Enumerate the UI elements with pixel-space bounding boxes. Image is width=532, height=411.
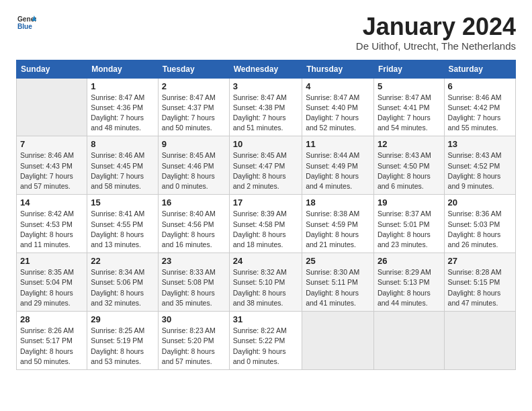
day-info: Sunrise: 8:36 AMSunset: 5:03 PMDaylight:…: [448, 210, 502, 248]
calendar-week-4: 21 Sunrise: 8:35 AMSunset: 5:04 PMDaylig…: [17, 253, 516, 312]
page-header: General Blue January 2024 De Uithof, Utr…: [16, 13, 516, 52]
day-number: 3: [233, 81, 298, 91]
day-info: Sunrise: 8:29 AMSunset: 5:13 PMDaylight:…: [378, 268, 431, 307]
day-info: Sunrise: 8:38 AMSunset: 4:59 PMDaylight:…: [306, 210, 359, 248]
logo: General Blue: [16, 13, 36, 35]
calendar-cell: 29 Sunrise: 8:25 AMSunset: 5:19 PMDaylig…: [87, 312, 159, 370]
day-info: Sunrise: 8:46 AMSunset: 4:42 PMDaylight:…: [448, 93, 502, 132]
day-number: 13: [448, 139, 512, 149]
day-number: 26: [378, 256, 441, 266]
calendar-cell: 25 Sunrise: 8:30 AMSunset: 5:11 PMDaylig…: [302, 253, 374, 312]
day-number: 15: [91, 197, 154, 208]
weekday-header-saturday: Saturday: [444, 60, 515, 78]
day-info: Sunrise: 8:44 AMSunset: 4:49 PMDaylight:…: [306, 151, 359, 190]
day-info: Sunrise: 8:41 AMSunset: 4:55 PMDaylight:…: [91, 210, 144, 248]
day-number: 28: [20, 314, 83, 324]
day-info: Sunrise: 8:28 AMSunset: 5:15 PMDaylight:…: [448, 268, 502, 307]
calendar-cell: 2 Sunrise: 8:47 AMSunset: 4:37 PMDayligh…: [158, 78, 229, 136]
calendar-cell: 22 Sunrise: 8:34 AMSunset: 5:06 PMDaylig…: [87, 253, 159, 312]
day-info: Sunrise: 8:47 AMSunset: 4:37 PMDaylight:…: [162, 93, 216, 132]
day-number: 2: [162, 81, 226, 91]
day-number: 12: [378, 139, 441, 149]
day-number: 9: [162, 139, 226, 149]
calendar-cell: 30 Sunrise: 8:23 AMSunset: 5:20 PMDaylig…: [158, 312, 229, 370]
day-number: 8: [91, 139, 154, 149]
day-info: Sunrise: 8:43 AMSunset: 4:50 PMDaylight:…: [378, 151, 431, 190]
calendar-cell: 14 Sunrise: 8:42 AMSunset: 4:53 PMDaylig…: [17, 195, 87, 253]
calendar-title: January 2024: [356, 13, 516, 40]
day-info: Sunrise: 8:32 AMSunset: 5:10 PMDaylight:…: [233, 268, 287, 307]
day-info: Sunrise: 8:33 AMSunset: 5:08 PMDaylight:…: [162, 268, 216, 307]
day-number: 11: [306, 139, 370, 149]
calendar-cell: 31 Sunrise: 8:22 AMSunset: 5:22 PMDaylig…: [229, 312, 302, 370]
calendar-cell: 20 Sunrise: 8:36 AMSunset: 5:03 PMDaylig…: [444, 195, 515, 253]
calendar-cell: 21 Sunrise: 8:35 AMSunset: 5:04 PMDaylig…: [17, 253, 87, 312]
day-info: Sunrise: 8:47 AMSunset: 4:41 PMDaylight:…: [378, 93, 431, 132]
calendar-cell: 4 Sunrise: 8:47 AMSunset: 4:40 PMDayligh…: [302, 78, 374, 136]
day-number: 6: [448, 81, 512, 91]
day-number: 1: [91, 81, 154, 91]
calendar-cell: [17, 78, 87, 136]
weekday-header-tuesday: Tuesday: [158, 60, 229, 78]
calendar-cell: 5 Sunrise: 8:47 AMSunset: 4:41 PMDayligh…: [373, 78, 444, 136]
day-info: Sunrise: 8:47 AMSunset: 4:38 PMDaylight:…: [233, 93, 287, 132]
day-number: 7: [20, 139, 83, 149]
day-info: Sunrise: 8:40 AMSunset: 4:56 PMDaylight:…: [162, 210, 216, 248]
calendar-cell: 11 Sunrise: 8:44 AMSunset: 4:49 PMDaylig…: [302, 136, 374, 195]
weekday-header-thursday: Thursday: [302, 60, 374, 78]
calendar-cell: 7 Sunrise: 8:46 AMSunset: 4:43 PMDayligh…: [17, 136, 87, 195]
weekday-header-wednesday: Wednesday: [229, 60, 302, 78]
day-info: Sunrise: 8:45 AMSunset: 4:46 PMDaylight:…: [162, 151, 216, 190]
calendar-cell: 13 Sunrise: 8:43 AMSunset: 4:52 PMDaylig…: [444, 136, 515, 195]
day-number: 31: [233, 314, 298, 324]
day-number: 17: [233, 197, 298, 208]
calendar-cell: [444, 312, 515, 370]
calendar-cell: 15 Sunrise: 8:41 AMSunset: 4:55 PMDaylig…: [87, 195, 159, 253]
day-info: Sunrise: 8:30 AMSunset: 5:11 PMDaylight:…: [306, 268, 359, 307]
calendar-cell: 9 Sunrise: 8:45 AMSunset: 4:46 PMDayligh…: [158, 136, 229, 195]
day-number: 25: [306, 256, 370, 266]
calendar-subtitle: De Uithof, Utrecht, The Netherlands: [356, 40, 516, 52]
calendar-cell: 16 Sunrise: 8:40 AMSunset: 4:56 PMDaylig…: [158, 195, 229, 253]
day-number: 24: [233, 256, 298, 266]
day-info: Sunrise: 8:46 AMSunset: 4:43 PMDaylight:…: [20, 151, 74, 190]
day-info: Sunrise: 8:37 AMSunset: 5:01 PMDaylight:…: [378, 210, 431, 248]
calendar-cell: [373, 312, 444, 370]
day-number: 10: [233, 139, 298, 149]
day-info: Sunrise: 8:45 AMSunset: 4:47 PMDaylight:…: [233, 151, 287, 190]
calendar-week-2: 7 Sunrise: 8:46 AMSunset: 4:43 PMDayligh…: [17, 136, 516, 195]
calendar-week-3: 14 Sunrise: 8:42 AMSunset: 4:53 PMDaylig…: [17, 195, 516, 253]
day-number: 18: [306, 197, 370, 208]
day-info: Sunrise: 8:34 AMSunset: 5:06 PMDaylight:…: [91, 268, 144, 307]
calendar-cell: [302, 312, 374, 370]
svg-text:Blue: Blue: [17, 23, 32, 30]
day-info: Sunrise: 8:47 AMSunset: 4:40 PMDaylight:…: [306, 93, 359, 132]
day-info: Sunrise: 8:23 AMSunset: 5:20 PMDaylight:…: [162, 326, 216, 365]
day-info: Sunrise: 8:35 AMSunset: 5:04 PMDaylight:…: [20, 268, 74, 307]
calendar-cell: 12 Sunrise: 8:43 AMSunset: 4:50 PMDaylig…: [373, 136, 444, 195]
day-number: 22: [91, 256, 154, 266]
day-number: 20: [448, 197, 512, 208]
day-number: 16: [162, 197, 226, 208]
day-number: 30: [162, 314, 226, 324]
calendar-cell: 28 Sunrise: 8:26 AMSunset: 5:17 PMDaylig…: [17, 312, 87, 370]
calendar-cell: 10 Sunrise: 8:45 AMSunset: 4:47 PMDaylig…: [229, 136, 302, 195]
weekday-header-sunday: Sunday: [17, 60, 87, 78]
title-block: January 2024 De Uithof, Utrecht, The Net…: [356, 13, 516, 52]
calendar-cell: 17 Sunrise: 8:39 AMSunset: 4:58 PMDaylig…: [229, 195, 302, 253]
day-info: Sunrise: 8:22 AMSunset: 5:22 PMDaylight:…: [233, 326, 287, 365]
day-number: 21: [20, 256, 83, 266]
day-number: 5: [378, 81, 441, 91]
day-number: 19: [378, 197, 441, 208]
calendar-cell: 23 Sunrise: 8:33 AMSunset: 5:08 PMDaylig…: [158, 253, 229, 312]
day-info: Sunrise: 8:26 AMSunset: 5:17 PMDaylight:…: [20, 326, 74, 365]
day-number: 27: [448, 256, 512, 266]
day-info: Sunrise: 8:46 AMSunset: 4:45 PMDaylight:…: [91, 151, 144, 190]
calendar-cell: 6 Sunrise: 8:46 AMSunset: 4:42 PMDayligh…: [444, 78, 515, 136]
calendar-week-1: 1 Sunrise: 8:47 AMSunset: 4:36 PMDayligh…: [17, 78, 516, 136]
calendar-table: SundayMondayTuesdayWednesdayThursdayFrid…: [16, 60, 516, 370]
calendar-cell: 19 Sunrise: 8:37 AMSunset: 5:01 PMDaylig…: [373, 195, 444, 253]
weekday-header-monday: Monday: [87, 60, 159, 78]
day-info: Sunrise: 8:25 AMSunset: 5:19 PMDaylight:…: [91, 326, 144, 365]
calendar-cell: 24 Sunrise: 8:32 AMSunset: 5:10 PMDaylig…: [229, 253, 302, 312]
